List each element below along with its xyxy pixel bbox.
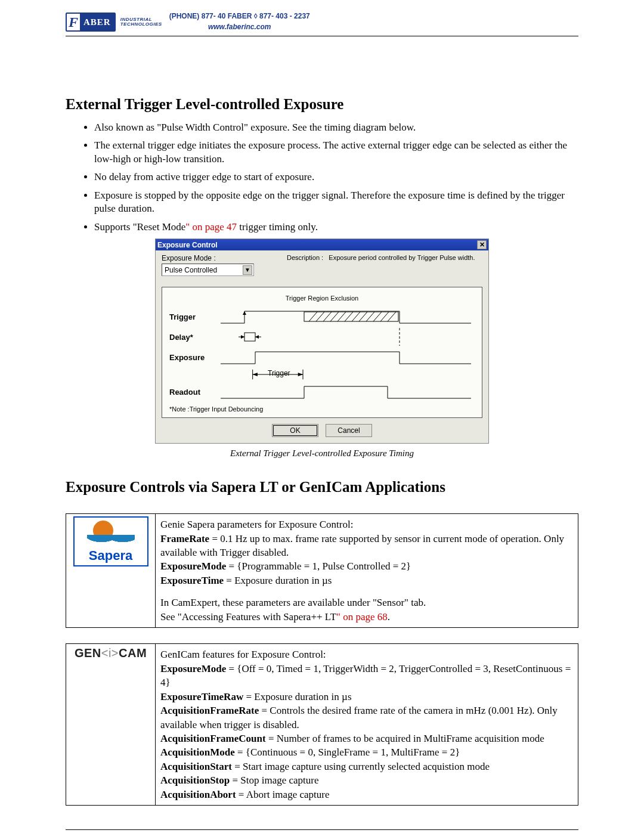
page-ref-link[interactable]: " on page 47 — [185, 221, 237, 233]
svg-line-12 — [345, 312, 353, 321]
description-value: Exposure period controlled by Trigger Pu… — [329, 254, 475, 261]
bullet: The external trigger edge initiates the … — [94, 139, 578, 166]
row-label-readout: Readout — [169, 388, 217, 397]
page-header: F ABER INDUSTRIALTECHNOLOGIES (PHONE) 87… — [66, 12, 578, 36]
timing-diagram: Trigger Region Exclusion Trigger — [162, 287, 482, 418]
description-label: Description : — [287, 254, 323, 261]
svg-line-18 — [388, 312, 396, 321]
svg-rect-19 — [244, 333, 255, 341]
logo-brand: ABER — [80, 14, 114, 30]
page-ref-link[interactable]: " on page 68 — [336, 611, 388, 623]
svg-rect-6 — [304, 312, 398, 321]
trigger-span-label: Trigger — [268, 369, 290, 377]
cancel-button[interactable]: Cancel — [326, 424, 372, 437]
row-label-exposure: Exposure — [169, 353, 217, 362]
svg-line-13 — [352, 312, 360, 321]
waveform-delay — [217, 327, 475, 347]
svg-line-15 — [366, 312, 374, 321]
svg-marker-21 — [241, 335, 244, 339]
ok-button[interactable]: OK — [272, 424, 318, 437]
svg-line-14 — [359, 312, 367, 321]
svg-line-9 — [323, 312, 332, 321]
bullet: Exposure is stopped by the opposite edge… — [94, 189, 578, 216]
genicam-info: GenICam features for Exposure Control: E… — [156, 644, 578, 806]
sapera-info: Genie Sapera parameters for Exposure Con… — [156, 514, 578, 628]
section-title-1: External Trigger Level-controlled Exposu… — [66, 96, 578, 113]
faber-logo: F ABER — [66, 13, 116, 32]
header-phone: (PHONE) 877- 40 FABER ◊ 877- 403 - 2237 — [169, 12, 310, 20]
figure-caption: External Trigger Level-controlled Exposu… — [155, 448, 489, 459]
svg-marker-31 — [253, 373, 258, 376]
logo-letter-f: F — [67, 14, 80, 30]
page-footer: Genie Monochrome Series-GigE Vision Came… — [66, 830, 578, 833]
chevron-down-icon[interactable]: ▼ — [243, 265, 252, 275]
exposure-mode-select[interactable]: Pulse Controlled ▼ — [162, 264, 254, 276]
svg-marker-23 — [255, 335, 259, 339]
svg-line-11 — [338, 312, 346, 321]
svg-line-7 — [309, 312, 317, 321]
waveform-readout — [217, 382, 475, 402]
svg-line-10 — [330, 312, 339, 321]
header-url[interactable]: www.faberinc.com — [208, 23, 271, 31]
row-label-trigger: Trigger — [169, 312, 217, 321]
section-title-2: Exposure Controls via Sapera LT or GenIC… — [66, 479, 578, 496]
svg-line-16 — [373, 312, 382, 321]
bullet: Supports "Reset Mode" on page 47 trigger… — [94, 221, 578, 234]
sapera-logo: Sapera — [73, 516, 148, 566]
svg-marker-32 — [298, 373, 303, 376]
sapera-table: Sapera Genie Sapera parameters for Expos… — [66, 513, 578, 628]
exposure-control-dialog: Exposure Control ✕ Exposure Mode : Pulse… — [155, 239, 489, 444]
svg-line-8 — [316, 312, 324, 321]
svg-line-17 — [380, 312, 389, 321]
dialog-title: Exposure Control — [157, 241, 218, 249]
dialog-titlebar: Exposure Control ✕ — [156, 239, 488, 250]
svg-marker-2 — [243, 311, 246, 315]
close-icon[interactable]: ✕ — [477, 240, 487, 249]
exposure-mode-label: Exposure Mode : — [162, 254, 263, 262]
waveform-trigger — [217, 306, 475, 327]
timing-panel-title: Trigger Region Exclusion — [169, 295, 475, 302]
row-label-delay: Delay* — [169, 333, 217, 342]
bullet: Also known as "Pulse Width Control" expo… — [94, 121, 578, 134]
logo-subtitle: INDUSTRIALTECHNOLOGIES — [120, 17, 162, 27]
timing-note: *Note :Trigger Input Debouncing — [169, 405, 475, 413]
bullet: No delay from active trigger edge to sta… — [94, 171, 578, 184]
bullet-list-1: Also known as "Pulse Width Control" expo… — [66, 121, 578, 234]
exposure-mode-value: Pulse Controlled — [165, 266, 217, 274]
genicam-table: GEN<i>CAM GenICam features for Exposure … — [66, 643, 578, 806]
genicam-logo: GEN<i>CAM — [69, 646, 153, 660]
